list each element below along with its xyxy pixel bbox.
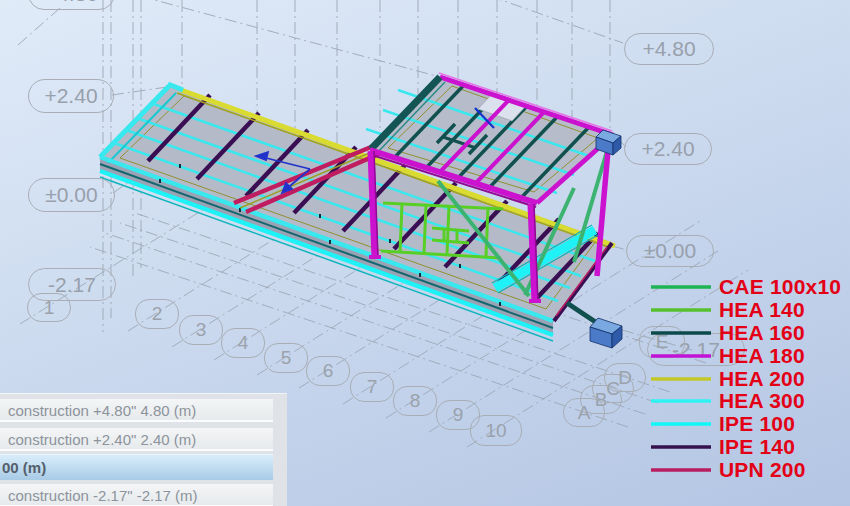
grid-bubble-5: 5 [264,343,308,373]
grid-bubble-10: 10 [470,415,522,446]
legend-row: HEA 200 [650,367,841,390]
support-box-bottom [590,318,622,348]
legend-swatch-line [650,444,712,450]
legend-label: IPE 100 [719,412,795,436]
levels-panel: construction +4.80" 4.80 (m) constructio… [0,393,287,506]
cad-viewport[interactable]: +4.80 +2.40 ±0.00 -2.17 +4.80 +2.40 ±0.0… [0,0,850,506]
profile-legend: CAE 100x10 HEA 140 HEA 160 HEA 180 HEA 2… [650,276,841,481]
legend-swatch-line [650,353,712,359]
legend-swatch-line [650,376,712,382]
legend-label: HEA 160 [719,321,805,345]
legend-row: HEA 180 [650,344,841,367]
legend-row: UPN 200 [650,458,841,481]
legend-row: HEA 140 [650,299,841,322]
level-row-m217[interactable]: construction -2.17" -2.17 (m) [0,484,273,506]
legend-label: HEA 180 [719,344,805,368]
legend-swatch-line [650,307,712,313]
support-box-top [596,130,621,155]
level-row-240[interactable]: construction +2.40" 2.40 (m) [0,428,273,451]
legend-swatch-line [650,330,712,336]
legend-row: HEA 300 [650,390,841,413]
legend-row: CAE 100x10 [650,276,841,299]
grid-bubble-7: 7 [350,372,394,402]
grid-bubble-4: 4 [221,328,265,358]
level-row-480[interactable]: construction +4.80" 4.80 (m) [0,399,273,422]
elevation-label-left-000: ±0.00 [28,178,115,212]
grid-bubble-D: D [604,363,646,392]
legend-label: HEA 300 [719,389,805,413]
elevation-label-left-240: +2.40 [28,79,114,113]
legend-swatch-line [650,284,712,290]
elevation-label-right-240: +2.40 [624,133,712,165]
elevation-label-right-480: +4.80 [624,33,714,65]
legend-row: HEA 160 [650,322,841,345]
legend-swatch-line [650,398,712,404]
legend-row: IPE 100 [650,413,841,436]
legend-swatch-line [650,467,712,473]
elevation-label-right-000: ±0.00 [626,235,714,267]
grid-bubble-1: 1 [27,293,71,322]
level-row-000-selected[interactable]: 00 (m) [0,454,273,480]
legend-label: HEA 140 [719,298,805,322]
grid-bubble-3: 3 [179,315,223,345]
legend-label: IPE 140 [719,435,795,459]
grid-bubble-8: 8 [393,386,437,416]
legend-label: UPN 200 [719,458,806,482]
grid-bubble-6: 6 [306,356,350,386]
legend-row: IPE 140 [650,436,841,459]
elevation-label-left-480: +4.80 [28,0,115,10]
grid-bubble-2: 2 [135,299,179,329]
legend-label: CAE 100x10 [719,275,841,299]
legend-label: HEA 200 [719,367,805,391]
legend-swatch-line [650,421,712,427]
